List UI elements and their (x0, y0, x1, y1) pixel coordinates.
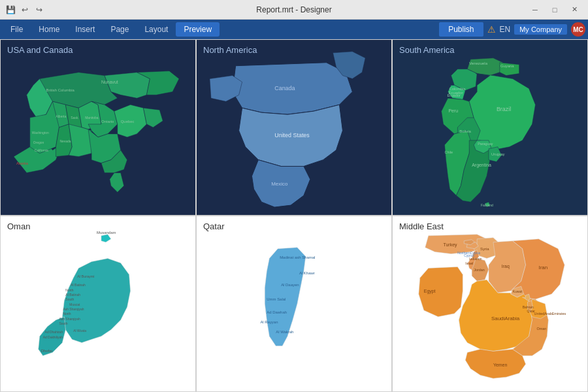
svg-text:Bolivia: Bolivia (459, 129, 471, 133)
svg-text:Al Khawr: Al Khawr (299, 271, 315, 275)
svg-text:Ash Sharqiyah: Ash Sharqiyah (63, 308, 84, 311)
menu-bar: File Home Insert Page Layout Preview Pub… (0, 20, 588, 39)
user-avatar[interactable]: MC (571, 22, 585, 37)
svg-text:Bahrain: Bahrain (523, 306, 534, 309)
svg-text:Ad Dawhah: Ad Dawhah (267, 310, 287, 314)
svg-text:Muscat: Muscat (69, 303, 80, 306)
save-icon[interactable]: 💾 (5, 5, 16, 15)
map-title-mideast: Middle East (399, 221, 444, 231)
svg-text:Sask.: Sask. (71, 116, 78, 120)
map-title-southam: South America (399, 45, 455, 55)
svg-text:Umm Salal: Umm Salal (267, 297, 286, 301)
svg-text:Yemen: Yemen (493, 363, 507, 367)
svg-text:Paraguay: Paraguay (478, 142, 493, 146)
svg-text:Al Batinah: Al Batinah (65, 293, 80, 297)
menu-file[interactable]: File (3, 22, 31, 37)
menu-right-section: Publish ⚠ EN My Company MC (439, 22, 585, 37)
svg-text:Alaska: Alaska (16, 161, 29, 165)
svg-text:Guyana: Guyana (500, 64, 514, 68)
svg-text:Ecuador: Ecuador (447, 93, 460, 97)
menu-home[interactable]: Home (31, 22, 67, 37)
svg-text:SaudiArabia: SaudiArabia (491, 316, 520, 321)
maximize-button[interactable]: □ (546, 3, 563, 16)
svg-text:Oregon: Oregon (33, 141, 44, 144)
svg-text:Nevada: Nevada (59, 140, 71, 143)
map-svg-oman: Musandam Al Buraymi Al Batinah North Al … (1, 216, 195, 391)
svg-text:Ash Sharqiyah: Ash Sharqiyah (59, 318, 80, 321)
redo-icon[interactable]: ↪ (34, 5, 44, 15)
map-svg-qatar: Madinat ash Shamal Al Khawr Al Daayen Um… (197, 216, 391, 391)
svg-text:Uruguay: Uruguay (491, 152, 505, 156)
undo-icon[interactable]: ↩ (20, 5, 30, 15)
svg-text:Egypt: Egypt (424, 289, 436, 294)
svg-text:Ad Dhahirah: Ad Dhahirah (45, 331, 63, 334)
svg-text:South: South (65, 298, 74, 301)
svg-text:Ad Dakhiliyah: Ad Dakhiliyah (43, 336, 63, 339)
map-svg-mideast: Turkey Syria NorthernCyprus Cyprus Leban… (393, 216, 587, 391)
map-cell-north-america: North America Canada United States Mexic… (196, 39, 392, 216)
window-controls: ─ □ ✕ (527, 3, 583, 16)
svg-text:Ontario: Ontario (101, 120, 114, 123)
minimize-button[interactable]: ─ (527, 3, 544, 16)
svg-text:Al Rayyan: Al Rayyan (260, 320, 278, 324)
svg-text:Al Daayen: Al Daayen (281, 283, 299, 287)
svg-text:Falkland: Falkland (481, 204, 493, 207)
svg-text:Manitoba: Manitoba (85, 116, 99, 120)
map-svg-northam: Canada United States Mexico (197, 40, 391, 215)
svg-text:Jordan: Jordan (474, 268, 485, 272)
publish-button[interactable]: Publish (439, 22, 483, 37)
svg-text:Washington: Washington (32, 131, 49, 135)
svg-text:Venezuela: Venezuela (469, 61, 487, 65)
svg-text:Dhofar: Dhofar (41, 349, 53, 353)
svg-text:British Columbia: British Columbia (46, 88, 75, 92)
menu-insert[interactable]: Insert (67, 22, 103, 37)
title-bar: 💾 ↩ ↪ Report.mrt - Designer ─ □ ✕ (0, 0, 588, 20)
map-title-oman: Oman (7, 221, 30, 231)
map-title-northam: North America (203, 45, 257, 55)
title-bar-actions: 💾 ↩ ↪ (5, 5, 44, 15)
svg-text:Alberta: Alberta (56, 115, 66, 118)
svg-text:Al Wakrah: Al Wakrah (276, 330, 293, 334)
svg-text:Argentina: Argentina (472, 163, 491, 168)
svg-text:Al Buraymi: Al Buraymi (77, 274, 94, 278)
svg-text:Kuwait: Kuwait (513, 290, 523, 293)
svg-text:Iran: Iran (538, 265, 547, 270)
svg-text:Musandam: Musandam (97, 231, 116, 235)
map-cell-middle-east: Middle East (392, 216, 588, 392)
svg-text:Al Wusta: Al Wusta (73, 329, 86, 333)
map-svg-southam: Venezuela Guyana Colombia Ecuador Ecuado… (393, 40, 587, 215)
alert-icon: ⚠ (487, 24, 496, 35)
svg-text:Chile: Chile (445, 150, 453, 154)
close-button[interactable]: ✕ (566, 3, 583, 16)
window-title: Report.mrt - Designer (256, 5, 331, 14)
svg-text:Al Batinah: Al Batinah (71, 284, 86, 287)
menu-page[interactable]: Page (103, 22, 137, 37)
svg-text:Canada: Canada (274, 85, 295, 91)
map-svg-usa: Nunavut British Columbia Alberta Sask. M… (1, 40, 195, 215)
svg-text:South: South (59, 322, 67, 325)
map-cell-oman: Oman Musandam Al Buraymi Al Batinah Nort… (0, 216, 196, 392)
map-cell-south-america: South America (392, 39, 588, 216)
svg-text:UnitedArabEmirates: UnitedArabEmirates (534, 312, 566, 316)
menu-layout[interactable]: Layout (137, 22, 176, 37)
language-selector[interactable]: EN (500, 25, 511, 34)
svg-text:North: North (63, 312, 71, 316)
svg-text:Quebec: Quebec (121, 120, 135, 123)
svg-text:Iraq: Iraq (502, 264, 510, 269)
svg-text:Mexico: Mexico (271, 181, 288, 187)
company-label[interactable]: My Company (514, 24, 567, 35)
svg-text:Syria: Syria (480, 247, 489, 251)
map-cell-usa-canada: USA and Canada (0, 39, 196, 216)
menu-preview[interactable]: Preview (176, 22, 220, 37)
svg-text:Peru: Peru (448, 108, 458, 113)
svg-text:United States: United States (274, 132, 310, 139)
map-title-qatar: Qatar (203, 221, 225, 231)
svg-text:Oman: Oman (536, 327, 546, 331)
map-title-usa: USA and Canada (7, 45, 73, 55)
svg-text:North: North (65, 289, 73, 292)
svg-text:Israel: Israel (465, 262, 473, 265)
svg-text:Madinat ash Shamal: Madinat ash Shamal (280, 255, 315, 259)
map-cell-qatar: Qatar Madinat ash Shamal Al Khawr Al Daa… (196, 216, 392, 392)
svg-text:Nunavut: Nunavut (101, 80, 118, 84)
svg-text:Lebanon: Lebanon (469, 257, 482, 261)
